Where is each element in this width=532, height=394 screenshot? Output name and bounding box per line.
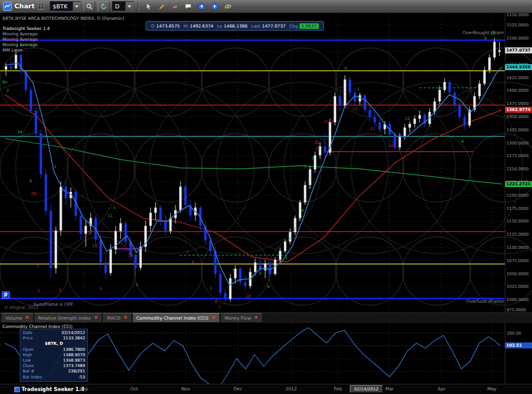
- tab-volume[interactable]: Volume×: [1, 313, 34, 322]
- tab-label: Commodity Channel Index (CCI): [137, 315, 208, 321]
- svg-text:9: 9: [135, 282, 138, 287]
- tab-label: Volume: [5, 315, 22, 321]
- window-title: Chart: [14, 2, 35, 10]
- svg-text:3: 3: [259, 271, 261, 276]
- pencil-draw-icon[interactable]: [156, 1, 167, 12]
- interval-value: D: [115, 3, 123, 10]
- toolbar-separator: [138, 2, 139, 11]
- svg-text:1350.0000: 1350.0000: [507, 115, 529, 119]
- svg-text:2: 2: [210, 287, 212, 291]
- symbol-input[interactable]: $BTK: [50, 1, 81, 11]
- symbol-value: $BTK: [53, 3, 71, 10]
- svg-text:11: 11: [315, 140, 319, 145]
- study-label: Moving Average: [2, 31, 38, 37]
- study-label: Moving Average: [2, 42, 38, 47]
- svg-text:2: 2: [37, 264, 39, 269]
- time-axis-label: Dec: [234, 386, 243, 392]
- svg-text:Bo: Bo: [2, 80, 7, 85]
- svg-text:9: 9: [484, 36, 486, 41]
- svg-text:1: 1: [54, 164, 56, 169]
- tab-close-icon[interactable]: ×: [254, 315, 258, 320]
- tradesight-icon: [14, 387, 20, 392]
- svg-text:6: 6: [309, 185, 311, 190]
- tab-close-icon[interactable]: ×: [25, 315, 29, 320]
- svg-text:8: 8: [29, 179, 32, 184]
- ohlc-readout: O1473.6575 Hi1492.6374 Lo1466.1386 Last1…: [146, 21, 324, 31]
- layout-badge-icon[interactable]: [38, 3, 44, 10]
- tab-commodity-channel-index-cci-[interactable]: Commodity Channel Index (CCI)×: [132, 313, 220, 322]
- ohlc-label: Chg: [289, 23, 298, 29]
- svg-text:9: 9: [89, 231, 91, 236]
- forward-nav-icon[interactable]: [209, 1, 220, 12]
- svg-text:1075.0000: 1075.0000: [507, 258, 529, 263]
- tab-close-icon[interactable]: ×: [123, 315, 128, 320]
- cursor-tool-icon[interactable]: [143, 1, 154, 12]
- symbol-search-button[interactable]: [83, 1, 95, 12]
- indicator-tab-bar: Volume×Relative Strength Index×MACD×Comm…: [0, 312, 532, 322]
- svg-text:1: 1: [113, 205, 116, 210]
- svg-text:10: 10: [246, 294, 250, 299]
- svg-text:10: 10: [315, 146, 320, 151]
- svg-text:26: 26: [128, 253, 133, 258]
- svg-text:3: 3: [331, 119, 333, 124]
- tab-relative-strength-index[interactable]: Relative Strength Index×: [34, 313, 102, 322]
- svg-text:5: 5: [305, 198, 307, 203]
- back-nav-icon[interactable]: [196, 1, 207, 12]
- ohlc-label: Hi: [183, 23, 188, 29]
- status-bar: Tradesight Seeker 1.4: [14, 386, 84, 392]
- svg-text:11: 11: [108, 213, 113, 218]
- svg-text:2: 2: [7, 88, 9, 93]
- svg-text:12: 12: [405, 116, 410, 121]
- svg-text:1200.0000: 1200.0000: [507, 193, 529, 198]
- study-label: Tradesight Seeker 1.4: [2, 26, 50, 31]
- svg-text:2: 2: [294, 227, 296, 231]
- data-window-row: Bar Index-53: [23, 375, 85, 380]
- svg-text:3: 3: [99, 287, 102, 291]
- time-axis-label: May: [487, 386, 497, 392]
- price-badge: 1221.2721: [505, 181, 532, 187]
- tab-close-icon[interactable]: ×: [94, 315, 98, 320]
- svg-text:10: 10: [388, 143, 393, 148]
- svg-text:1500.0000: 1500.0000: [507, 36, 529, 41]
- svg-text:3: 3: [59, 288, 61, 293]
- link-icon[interactable]: [222, 1, 233, 12]
- price-frame-badge[interactable]: P: [2, 291, 10, 299]
- svg-text:4: 4: [438, 86, 440, 91]
- annotation-chat-icon[interactable]: [183, 1, 194, 12]
- tab-money-flow[interactable]: Money Flow×: [220, 313, 262, 322]
- svg-text:1425.0000: 1425.0000: [507, 76, 529, 80]
- data-window-row: Low1368.9873: [23, 358, 85, 363]
- interval-select[interactable]: D: [112, 1, 134, 11]
- svg-text:11: 11: [370, 127, 375, 131]
- eraser-icon[interactable]: [170, 1, 180, 12]
- ohlc-label: Last: [251, 23, 260, 29]
- ohlc-label: O: [151, 23, 155, 29]
- svg-text:(R): (R): [31, 191, 37, 196]
- tab-label: Money Flow: [225, 315, 251, 321]
- svg-text:7: 7: [304, 164, 306, 169]
- tab-macd[interactable]: MACD×: [102, 313, 131, 322]
- svg-text:8: 8: [252, 274, 254, 279]
- svg-text:4: 4: [301, 208, 304, 213]
- svg-text:1550.0000: 1550.0000: [507, 13, 529, 17]
- refresh-button[interactable]: [98, 1, 110, 12]
- main-chart-canvas[interactable]: Bo2348(R)2313910311126978241875108361923…: [0, 13, 532, 312]
- overbought-frame-label: OverBought (Fram: [463, 30, 504, 35]
- svg-text:1250.0000: 1250.0000: [507, 167, 529, 172]
- copyright-label: © eSignal, 2012: [4, 305, 38, 310]
- chart-window-icon: [3, 2, 12, 11]
- svg-text:3: 3: [37, 288, 40, 293]
- data-window-tooltip: Date02/14/2012Price1133.3842$BTK, DOpen1…: [20, 329, 88, 382]
- status-app-label: Tradesight Seeker 1.4: [22, 386, 84, 392]
- main-chart-pane: Bo2348(R)2313910311126978241875108361923…: [0, 13, 532, 312]
- svg-text:975.0000: 975.0000: [507, 308, 526, 312]
- study-label: MM Lines: [2, 47, 23, 53]
- svg-text:7: 7: [186, 250, 189, 255]
- tab-close-icon[interactable]: ×: [211, 315, 216, 320]
- svg-text:1100.0000: 1100.0000: [507, 245, 529, 250]
- oversold-frame-label: OverSold (Frame: [466, 299, 504, 304]
- price-badge: 1444.9358: [505, 64, 532, 70]
- chevron-down-icon[interactable]: [125, 2, 133, 11]
- data-window-symbol: $BTK, D: [23, 341, 85, 347]
- chevron-down-icon[interactable]: [72, 2, 80, 11]
